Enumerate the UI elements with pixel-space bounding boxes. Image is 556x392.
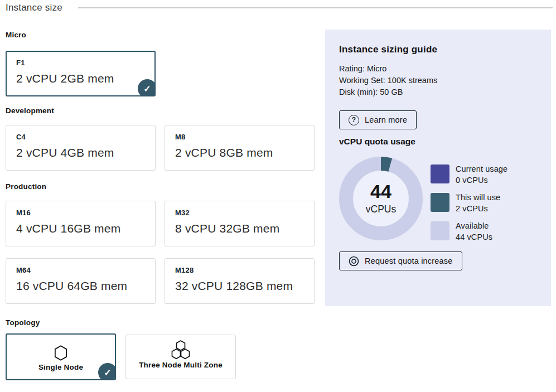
legend-label: Current usage — [456, 163, 507, 175]
request-quota-label: Request quota increase — [365, 257, 453, 265]
help-icon: ? — [349, 115, 359, 125]
size-card-m128[interactable]: M128 32 vCPU 128GB mem — [165, 258, 315, 304]
size-card-m16[interactable]: M16 4 vCPU 16GB mem — [6, 201, 156, 246]
size-card-spec: 2 vCPU 2GB mem — [16, 72, 145, 85]
size-card-name: M128 — [175, 266, 304, 274]
size-card-c4[interactable]: C4 2 vCPU 4GB mem — [6, 125, 156, 171]
legend-swatch-available — [431, 221, 449, 240]
group-label-production: Production — [6, 182, 46, 191]
vcpu-quota-usage-title: vCPU quota usage — [339, 137, 415, 147]
topology-card-label: Three Node Multi Zone — [139, 361, 223, 369]
legend-label: This will use — [456, 192, 500, 203]
vcpu-quota-donut-chart: 44 vCPUs — [339, 157, 423, 240]
single-node-hexagon-icon — [54, 342, 68, 363]
size-card-spec: 8 vCPU 32GB mem — [175, 222, 304, 235]
header-divider — [78, 7, 553, 8]
quota-legend: Current usage 0 vCPUs This will use 2 vC… — [431, 164, 507, 243]
size-card-m32[interactable]: M32 8 vCPU 32GB mem — [165, 201, 315, 246]
size-card-spec: 16 vCPU 64GB mem — [16, 279, 145, 293]
size-card-spec: 32 vCPU 128GB mem — [175, 279, 304, 293]
check-icon: ✓ — [143, 84, 151, 94]
legend-row-available: Available 44 vCPUs — [431, 221, 507, 243]
guide-info: Rating: Micro Working Set: 100K streams … — [339, 63, 437, 98]
instance-size-screen: Instance size Micro F1 2 vCPU 2GB mem ✓ … — [0, 0, 556, 392]
topology-card-three-node-multi-zone[interactable]: Three Node Multi Zone — [125, 335, 236, 379]
size-card-spec: 2 vCPU 8GB mem — [175, 146, 304, 159]
guide-working-set: Working Set: 100K streams — [339, 75, 437, 86]
legend-swatch-current-usage — [431, 164, 449, 183]
size-card-name: M8 — [175, 133, 304, 141]
topology-card-label: Single Node — [38, 363, 83, 371]
group-label-development: Development — [6, 107, 54, 115]
size-card-spec: 4 vCPU 16GB mem — [16, 222, 145, 235]
size-card-name: M16 — [16, 209, 145, 217]
request-quota-increase-button[interactable]: Request quota increase — [339, 251, 462, 270]
legend-swatch-this-will-use — [431, 193, 449, 212]
instance-sizing-guide-panel: Instance sizing guide Rating: Micro Work… — [325, 30, 551, 306]
size-card-f1[interactable]: F1 2 vCPU 2GB mem ✓ — [6, 51, 156, 96]
selected-check-badge: ✓ — [98, 363, 116, 380]
guide-title: Instance sizing guide — [339, 44, 437, 55]
learn-more-button[interactable]: ? Learn more — [339, 110, 417, 129]
legend-value: 44 vCPUs — [456, 231, 492, 243]
legend-row-current-usage: Current usage 0 vCPUs — [431, 164, 507, 186]
size-card-m8[interactable]: M8 2 vCPU 8GB mem — [165, 125, 315, 171]
size-card-name: C4 — [16, 133, 145, 141]
size-card-name: F1 — [16, 59, 145, 67]
guide-rating: Rating: Micro — [339, 63, 437, 75]
topology-label: Topology — [6, 318, 40, 327]
selected-check-badge: ✓ — [138, 79, 156, 96]
page-title: Instance size — [6, 2, 62, 13]
check-icon: ✓ — [104, 367, 111, 378]
size-card-spec: 2 vCPU 4GB mem — [16, 146, 145, 159]
size-card-name: M32 — [175, 209, 304, 217]
size-card-name: M64 — [16, 266, 145, 274]
learn-more-label: Learn more — [365, 115, 407, 124]
concentric-circles-icon — [349, 256, 359, 267]
legend-label: Available — [456, 220, 492, 231]
group-label-micro: Micro — [6, 31, 26, 39]
legend-value: 0 vCPUs — [456, 175, 507, 186]
legend-value: 2 vCPUs — [456, 203, 500, 214]
three-node-hexagons-icon — [170, 340, 192, 361]
guide-disk-min: Disk (min): 50 GB — [339, 86, 437, 98]
size-card-m64[interactable]: M64 16 vCPU 64GB mem — [6, 258, 156, 304]
legend-row-this-will-use: This will use 2 vCPUs — [431, 193, 507, 214]
topology-card-single-node[interactable]: Single Node ✓ — [6, 333, 116, 380]
